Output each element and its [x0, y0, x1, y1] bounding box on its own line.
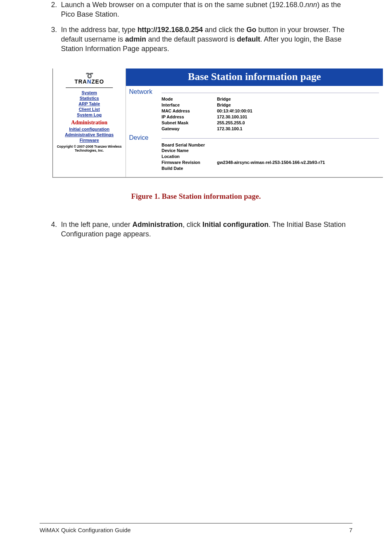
device-key: Firmware Revision — [162, 160, 217, 166]
device-key: Board Serial Number — [162, 142, 217, 148]
page-footer: WiMAX Quick Configuration Guide 7 — [40, 523, 352, 533]
logo-post: ZEO — [91, 78, 104, 85]
footer-title: WiMAX Quick Configuration Guide — [40, 527, 131, 533]
step-4-t1: In the left pane, under — [61, 221, 132, 228]
figure-1-caption: Figure 1. Base Station information page. — [40, 192, 352, 201]
footer-page-number: 7 — [349, 527, 352, 533]
device-value — [217, 148, 379, 154]
network-value: 172.30.100.101 — [217, 114, 379, 120]
step-3-t1: In the address bar, type — [61, 26, 137, 34]
device-value — [217, 142, 379, 148]
nav-client-list[interactable]: Client List — [55, 107, 124, 112]
logo-swirl-icon: ➰ — [55, 72, 124, 79]
copyright-line1: Copyright © 2007-2008 Tranzeo Wireless — [57, 145, 122, 148]
nav-firmware[interactable]: Firmware — [55, 138, 124, 143]
screenshot-left-pane: ➰ TRANZEO System Statistics ARP Table Cl… — [53, 69, 126, 177]
step-3: 3. In the address bar, type http://192.1… — [40, 25, 352, 54]
network-value: Bridge — [217, 102, 379, 108]
network-kv-block: ModeBridgeInterfaceBridgeMAC Address00:1… — [126, 95, 383, 134]
step-4-b1: Administration — [132, 221, 183, 228]
device-row: Location — [162, 154, 379, 160]
device-value — [217, 166, 379, 171]
nav-arp-table[interactable]: ARP Table — [55, 101, 124, 106]
info-page-banner: Base Station information page — [126, 69, 383, 86]
step-4-body: In the left pane, under Administration, … — [61, 220, 352, 239]
step-3-b4: default — [237, 35, 260, 43]
device-key: Location — [162, 154, 217, 160]
step-2-body: Launch a Web browser on a computer that … — [61, 0, 352, 19]
device-row: Device Name — [162, 148, 379, 154]
screenshot-right-pane: Base Station information page Network Mo… — [126, 69, 383, 177]
device-row: Board Serial Number — [162, 142, 379, 148]
network-row: MAC Address00:13:4f:10:00:01 — [162, 108, 379, 114]
network-key: MAC Address — [162, 108, 217, 114]
network-key: Mode — [162, 96, 217, 102]
device-key: Device Name — [162, 148, 217, 154]
network-value: Bridge — [217, 96, 379, 102]
step-4-b2: Initial configuration — [202, 221, 268, 228]
step-3-b2: Go — [246, 26, 256, 34]
nav-administration-heading: Administration — [55, 120, 124, 126]
logo-brand: TRANZEO — [74, 78, 104, 85]
step-4-number: 4. — [40, 220, 61, 239]
sidebar-divider — [66, 88, 113, 88]
logo: ➰ TRANZEO — [55, 71, 124, 86]
device-label: Device — [129, 134, 162, 141]
network-row: InterfaceBridge — [162, 102, 379, 108]
network-section-header: Network — [126, 88, 383, 95]
network-divider — [162, 93, 379, 93]
network-key: IP Address — [162, 114, 217, 120]
sidebar-copyright: Copyright © 2007-2008 Tranzeo Wireless T… — [55, 145, 124, 153]
nav-statistics[interactable]: Statistics — [55, 96, 124, 101]
network-row: IP Address172.30.100.101 — [162, 114, 379, 120]
logo-n: N — [87, 78, 91, 85]
network-value: 00:13:4f:10:00:01 — [217, 108, 379, 114]
network-value: 255.255.255.0 — [217, 120, 379, 126]
network-key: Subnet Mask — [162, 120, 217, 126]
nav-system-log[interactable]: System Log — [55, 112, 124, 117]
device-divider — [162, 138, 379, 139]
device-kv-block: Board Serial NumberDevice NameLocationFi… — [126, 141, 383, 174]
step-2-number: 2. — [40, 0, 61, 19]
nav-initial-configuration[interactable]: Initial configuration — [55, 127, 124, 131]
device-value — [217, 154, 379, 160]
network-row: Subnet Mask255.255.255.0 — [162, 120, 379, 126]
step-3-t4: and the default password is — [146, 35, 237, 43]
network-key: Gateway — [162, 126, 217, 132]
step-3-b3: admin — [125, 35, 146, 43]
step-2: 2. Launch a Web browser on a computer th… — [40, 0, 352, 19]
step-3-b1: http://192.168.0.254 — [137, 26, 203, 34]
step-4: 4. In the left pane, under Administratio… — [40, 220, 352, 239]
device-row: Firmware Revisiongw2348-airsync-wimax-re… — [162, 160, 379, 166]
device-value: gw2348-airsync-wimax-rel-253-1504-166-v2… — [217, 160, 379, 166]
copyright-line2: Technologies, Inc. — [75, 148, 104, 152]
nav-administrative-settings[interactable]: Administrative Settings — [55, 132, 124, 137]
network-label: Network — [129, 88, 162, 95]
step-2-italic: nnn — [305, 1, 317, 9]
figure-1-screenshot: ➰ TRANZEO System Statistics ARP Table Cl… — [52, 69, 383, 177]
network-value: 172.30.100.1 — [217, 126, 379, 132]
network-row: ModeBridge — [162, 96, 379, 102]
network-row: Gateway172.30.100.1 — [162, 126, 379, 132]
step-3-number: 3. — [40, 25, 61, 54]
step-3-body: In the address bar, type http://192.168.… — [61, 25, 352, 54]
step-4-t2: , click — [183, 221, 202, 228]
device-key: Build Date — [162, 166, 217, 171]
device-row: Build Date — [162, 166, 379, 171]
device-section-header: Device — [126, 134, 383, 141]
step-3-t2: and click the — [203, 26, 246, 34]
logo-pre: TRA — [74, 78, 87, 85]
network-key: Interface — [162, 102, 217, 108]
step-2-text-a: Launch a Web browser on a computer that … — [61, 1, 305, 9]
nav-system[interactable]: System — [55, 90, 124, 95]
